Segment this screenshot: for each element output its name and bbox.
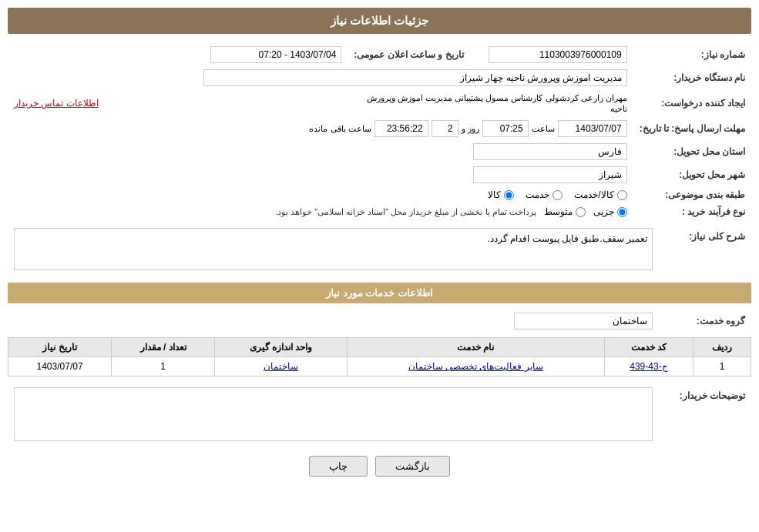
purchase-type-label: نوع فرآیند خرید : <box>633 203 751 220</box>
category-label: طبقه بندی موضوعی: <box>633 186 751 203</box>
purchase-motawaset-option[interactable]: متوسط <box>544 206 586 217</box>
buyer-org-input[interactable] <box>203 69 627 86</box>
buyer-org-label: نام دستگاه خریدار: <box>633 66 751 89</box>
service-group-label: گروه خدمت: <box>659 309 751 333</box>
category-kala-option[interactable]: کالا/خدمت <box>574 189 626 200</box>
purchase-jozi-label: جزیی <box>593 206 614 217</box>
description-box: تعمیر سقف.طبق فایل پیوست اقدام گردد. <box>14 228 653 270</box>
city-label: شهر محل تحویل: <box>633 163 751 186</box>
deadline-time-label: ساعت <box>532 124 555 134</box>
back-button[interactable]: بازگشت <box>375 456 450 477</box>
deadline-remaining-label: ساعت باقی مانده <box>309 124 371 134</box>
service-group-input[interactable] <box>514 313 653 330</box>
col-code: کد خدمت <box>604 338 693 357</box>
purchase-motawaset-radio[interactable] <box>576 207 586 217</box>
buyer-notes-label: توضیحات خریدار: <box>659 384 751 444</box>
category-kala-only-radio[interactable] <box>504 190 514 200</box>
announce-datetime-input[interactable] <box>210 46 341 63</box>
cell-qty: 1 <box>112 357 215 376</box>
category-khedmat-radio[interactable] <box>552 190 563 200</box>
description-label: شرح کلی نیاز: <box>659 225 751 273</box>
deadline-time-input[interactable] <box>482 120 529 137</box>
requester-label: ایجاد کننده درخواست: <box>633 89 751 117</box>
buyer-notes-box[interactable] <box>14 387 653 441</box>
col-date: تاریخ نیاز <box>8 338 112 357</box>
col-rownum: ردیف <box>694 338 751 357</box>
buttons-row: بازگشت چاپ <box>8 456 751 477</box>
deadline-date-input[interactable] <box>558 120 627 137</box>
purchase-jozi-radio[interactable] <box>617 207 627 217</box>
print-button[interactable]: چاپ <box>309 456 368 477</box>
province-input[interactable] <box>473 143 627 160</box>
services-table: ردیف کد خدمت نام خدمت واحد اندازه گیری ت… <box>8 337 751 376</box>
cell-date: 1403/07/07 <box>8 357 112 376</box>
cell-unit: ساختمان <box>215 357 348 376</box>
announce-datetime-label: تاریخ و ساعت اعلان عمومی: <box>348 43 479 66</box>
col-qty: تعداد / مقدار <box>112 338 215 357</box>
city-input[interactable] <box>473 166 627 183</box>
col-unit: واحد اندازه گیری <box>215 338 348 357</box>
cell-name: سایر فعالیت‌های تخصصی ساختمان <box>347 357 604 376</box>
category-kala-only-label: کالا <box>488 189 501 200</box>
category-khedmat-label: خدمت <box>526 189 549 200</box>
deadline-days-label: روز و <box>462 124 479 134</box>
contact-link[interactable]: اطلاعات تماس خریدار <box>14 98 99 109</box>
page-title: جزئیات اطلاعات نیاز <box>8 8 751 34</box>
need-number-label: شماره نیاز: <box>633 43 751 66</box>
purchase-jozi-option[interactable]: جزیی <box>593 206 627 217</box>
table-row: 1 ج-43-439 سایر فعالیت‌های تخصصی ساختمان… <box>8 357 751 376</box>
services-section-title: اطلاعات خدمات مورد نیاز <box>8 283 751 303</box>
need-number-input[interactable] <box>489 46 627 63</box>
purchase-note: پرداخت تمام یا بخشی از مبلغ خریداز محل "… <box>275 207 536 217</box>
category-kala-radio[interactable] <box>617 190 627 200</box>
province-label: استان محل تحویل: <box>633 140 751 163</box>
purchase-motawaset-label: متوسط <box>544 206 573 217</box>
category-khedmat-option[interactable]: خدمت <box>526 189 563 200</box>
cell-code: ج-43-439 <box>604 357 693 376</box>
col-name: نام خدمت <box>347 338 604 357</box>
deadline-days-input[interactable] <box>432 120 458 137</box>
requester-value: مهران زارعی کردشولی کارشناس مسول پشتیبان… <box>367 93 626 113</box>
category-kala-label: کالا/خدمت <box>574 189 613 200</box>
description-text: تعمیر سقف.طبق فایل پیوست اقدام گردد. <box>488 233 647 244</box>
deadline-remaining-input[interactable] <box>374 120 428 137</box>
category-kala-only-option[interactable]: کالا <box>488 189 514 200</box>
deadline-label: مهلت ارسال پاسخ: تا تاریخ: <box>633 117 751 140</box>
cell-rownum: 1 <box>694 357 751 376</box>
